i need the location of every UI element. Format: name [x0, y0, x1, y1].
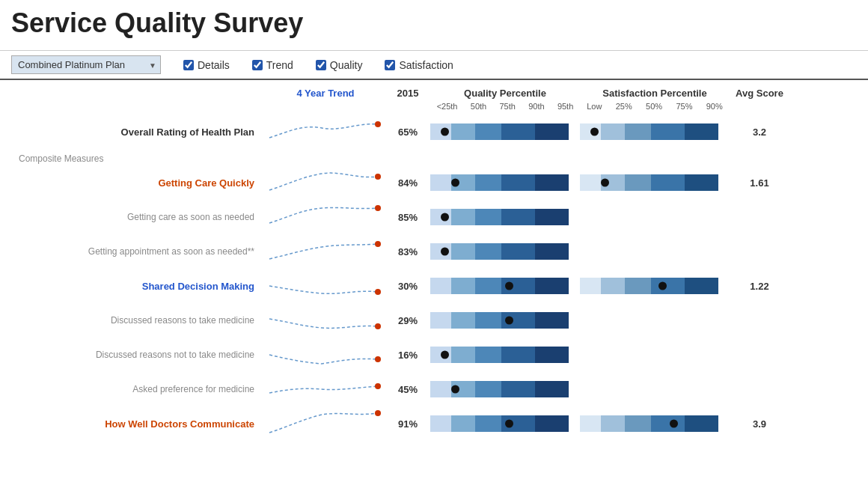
trend-col — [266, 117, 385, 147]
quality-label[interactable]: Quality — [330, 59, 363, 71]
percentile-dot — [505, 282, 513, 290]
avg-score: 3.2 — [730, 126, 789, 138]
year-value: 30% — [385, 281, 430, 292]
row-label: Overall Rating of Health Plan — [11, 126, 266, 138]
bar-segment — [501, 174, 535, 191]
satisfaction-sub-headers: Low 25% 50% 75% 90% — [580, 102, 730, 111]
trend-col — [266, 340, 385, 370]
plan-dropdown[interactable]: Combined Platinum Plan — [11, 55, 161, 74]
bar-segment — [535, 209, 569, 225]
bar-segment — [651, 174, 685, 191]
details-checkbox-item[interactable]: Details — [183, 59, 230, 71]
avg-score-header: Avg Score — [730, 88, 789, 99]
svg-point-7 — [375, 383, 381, 389]
satisfaction-header: Satisfaction Percentile — [580, 88, 730, 99]
bar-segment — [475, 312, 501, 329]
avg-score: 3.9 — [730, 418, 789, 430]
quality-bar — [430, 347, 580, 363]
percentile-dot — [441, 213, 449, 222]
year-header: 2015 — [385, 88, 430, 99]
svg-point-8 — [375, 410, 381, 416]
trend-chart — [266, 237, 382, 265]
bar-segment — [625, 278, 651, 294]
percentile-dot — [441, 248, 449, 256]
satisfaction-bar — [580, 415, 730, 432]
satisfaction-label[interactable]: Satisfaction — [399, 59, 453, 71]
bar-segment — [535, 243, 569, 260]
satisfaction-bar — [580, 278, 730, 294]
year-value: 84% — [385, 177, 430, 189]
bar-segment — [685, 278, 718, 294]
bar-segment — [685, 415, 718, 432]
trend-col — [266, 237, 385, 266]
details-label[interactable]: Details — [198, 59, 230, 71]
trend-label[interactable]: Trend — [266, 59, 293, 71]
bar-segment — [451, 123, 475, 140]
trend-checkbox-item[interactable]: Trend — [252, 59, 293, 71]
trend-col — [266, 168, 385, 198]
year-value: 91% — [385, 418, 430, 430]
svg-point-1 — [375, 174, 381, 180]
quality-checkbox[interactable] — [316, 60, 326, 70]
trend-col — [266, 271, 385, 301]
trend-col — [266, 374, 385, 404]
quality-sub-headers: <25th 50th 75th 90th 95th — [430, 102, 580, 111]
table-row: Overall Rating of Health Plan 65% 3.2 — [11, 117, 857, 147]
trend-checkbox[interactable] — [252, 60, 263, 70]
bar-segment — [475, 381, 501, 397]
bar-segment — [535, 347, 569, 363]
bar-segment — [475, 243, 501, 260]
bar-segment — [625, 123, 651, 140]
table-row: Discussed reasons to take medicine 29% — [11, 305, 857, 335]
percentile-dot — [505, 420, 513, 428]
quality-bar — [430, 312, 580, 329]
trend-chart — [266, 168, 382, 196]
quality-bar — [430, 174, 580, 191]
svg-point-6 — [375, 356, 381, 362]
percentile-dot — [658, 282, 667, 290]
bar-segment — [451, 312, 475, 329]
table-row: Getting appointment as soon as needed** … — [11, 237, 857, 266]
year-value: 45% — [385, 384, 430, 395]
trend-chart — [266, 117, 382, 145]
year-value: 65% — [385, 126, 430, 138]
plan-selector[interactable]: Combined Platinum Plan — [11, 55, 161, 74]
quality-bar — [430, 381, 580, 397]
bar-segment — [580, 174, 601, 191]
satisfaction-checkbox[interactable] — [385, 60, 395, 70]
row-label: Asked preference for medicine — [11, 384, 266, 394]
svg-point-2 — [375, 205, 381, 211]
bar-segment — [651, 123, 685, 140]
bar-segment — [580, 415, 601, 432]
bar-segment — [685, 174, 718, 191]
bar-segment — [501, 381, 535, 397]
bar-segment — [535, 278, 569, 294]
bar-segment — [501, 243, 535, 260]
trend-chart — [266, 340, 382, 368]
percentile-dot — [590, 128, 599, 136]
satisfaction-checkbox-item[interactable]: Satisfaction — [385, 59, 453, 71]
bar-segment — [580, 278, 601, 294]
trend-col — [266, 409, 385, 439]
page-title: Service Quality Survey — [11, 7, 857, 39]
percentile-dot — [451, 385, 459, 394]
year-value: 29% — [385, 315, 430, 326]
quality-checkbox-item[interactable]: Quality — [316, 59, 363, 71]
bar-segment — [451, 278, 475, 294]
row-label: Getting appointment as soon as needed** — [11, 246, 266, 257]
bar-segment — [535, 174, 569, 191]
bar-segment — [625, 415, 651, 432]
data-rows: Overall Rating of Health Plan 65% 3.2 Co… — [11, 117, 857, 439]
bar-segment — [501, 347, 535, 363]
quality-header: Quality Percentile — [430, 88, 580, 99]
trend-chart — [266, 305, 382, 334]
bar-segment — [475, 415, 501, 432]
trend-chart — [266, 271, 382, 299]
percentile-dot — [505, 317, 513, 325]
details-checkbox[interactable] — [183, 60, 194, 70]
bar-segment — [475, 174, 501, 191]
svg-point-4 — [375, 289, 381, 295]
satisfaction-bar — [580, 174, 730, 191]
bar-segment — [651, 415, 685, 432]
table-row: Asked preference for medicine 45% — [11, 374, 857, 404]
